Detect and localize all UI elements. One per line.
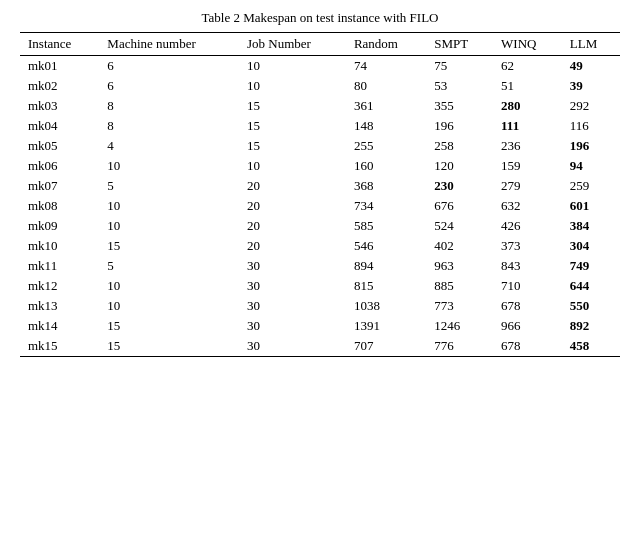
table-cell: 51 — [493, 76, 562, 96]
table-cell: 1038 — [346, 296, 426, 316]
table-cell: 546 — [346, 236, 426, 256]
table-cell: mk01 — [20, 56, 99, 77]
table-cell: 963 — [426, 256, 493, 276]
table-row: mk091020585524426384 — [20, 216, 620, 236]
table-cell: 644 — [562, 276, 620, 296]
table-cell: 15 — [239, 116, 346, 136]
table-cell: 80 — [346, 76, 426, 96]
table-cell: 776 — [426, 336, 493, 357]
table-row: mk081020734676632601 — [20, 196, 620, 216]
table-cell: 10 — [99, 156, 239, 176]
table-cell: 15 — [99, 336, 239, 357]
table-cell: 236 — [493, 136, 562, 156]
table-cell: 10 — [99, 276, 239, 296]
table-cell: 5 — [99, 176, 239, 196]
table-cell: 10 — [99, 216, 239, 236]
table-cell: mk05 — [20, 136, 99, 156]
table-cell: 1246 — [426, 316, 493, 336]
table-cell: 10 — [99, 296, 239, 316]
table-cell: 6 — [99, 76, 239, 96]
table-cell: 10 — [239, 56, 346, 77]
table-cell: 361 — [346, 96, 426, 116]
table-cell: 116 — [562, 116, 620, 136]
table-row: mk07520368230279259 — [20, 176, 620, 196]
table-cell: mk12 — [20, 276, 99, 296]
col-header-smpt: SMPT — [426, 33, 493, 56]
table-cell: mk13 — [20, 296, 99, 316]
table-cell: 4 — [99, 136, 239, 156]
table-cell: 20 — [239, 216, 346, 236]
table-cell: mk04 — [20, 116, 99, 136]
table-cell: mk09 — [20, 216, 99, 236]
table-cell: 30 — [239, 336, 346, 357]
table-cell: 368 — [346, 176, 426, 196]
table-cell: 75 — [426, 56, 493, 77]
table-cell: mk06 — [20, 156, 99, 176]
table-row: mk06101016012015994 — [20, 156, 620, 176]
table-row: mk1310301038773678550 — [20, 296, 620, 316]
table-cell: 255 — [346, 136, 426, 156]
table-cell: mk02 — [20, 76, 99, 96]
table-cell: 815 — [346, 276, 426, 296]
table-cell: 279 — [493, 176, 562, 196]
table-cell: 49 — [562, 56, 620, 77]
table-cell: 10 — [99, 196, 239, 216]
table-cell: mk03 — [20, 96, 99, 116]
table-cell: 8 — [99, 96, 239, 116]
table-cell: 148 — [346, 116, 426, 136]
table-cell: 8 — [99, 116, 239, 136]
table-cell: 402 — [426, 236, 493, 256]
table-cell: 707 — [346, 336, 426, 357]
table-cell: 384 — [562, 216, 620, 236]
table-cell: 196 — [426, 116, 493, 136]
table-cell: 30 — [239, 296, 346, 316]
table-cell: 894 — [346, 256, 426, 276]
table-cell: 885 — [426, 276, 493, 296]
table-cell: 280 — [493, 96, 562, 116]
table-cell: 20 — [239, 176, 346, 196]
table-cell: 39 — [562, 76, 620, 96]
table-row: mk121030815885710644 — [20, 276, 620, 296]
table-cell: 585 — [346, 216, 426, 236]
table-cell: 304 — [562, 236, 620, 256]
table-cell: 15 — [99, 316, 239, 336]
table-cell: 53 — [426, 76, 493, 96]
table-cell: mk10 — [20, 236, 99, 256]
table-cell: 230 — [426, 176, 493, 196]
data-table: Instance Machine number Job Number Rando… — [20, 32, 620, 357]
table-cell: 94 — [562, 156, 620, 176]
table-cell: 710 — [493, 276, 562, 296]
table-cell: 30 — [239, 256, 346, 276]
table-cell: 676 — [426, 196, 493, 216]
table-cell: 258 — [426, 136, 493, 156]
table-cell: 74 — [346, 56, 426, 77]
table-cell: 632 — [493, 196, 562, 216]
table-row: mk04815148196111116 — [20, 116, 620, 136]
table-cell: 426 — [493, 216, 562, 236]
table-cell: 458 — [562, 336, 620, 357]
table-container: Table 2 Makespan on test instance with F… — [20, 10, 620, 357]
table-cell: 373 — [493, 236, 562, 256]
table-cell: 966 — [493, 316, 562, 336]
table-cell: 550 — [562, 296, 620, 316]
table-cell: 292 — [562, 96, 620, 116]
table-title: Table 2 Makespan on test instance with F… — [20, 10, 620, 26]
table-header-row: Instance Machine number Job Number Rando… — [20, 33, 620, 56]
col-header-machine: Machine number — [99, 33, 239, 56]
table-cell: 15 — [99, 236, 239, 256]
table-cell: 749 — [562, 256, 620, 276]
table-cell: 259 — [562, 176, 620, 196]
table-cell: mk07 — [20, 176, 99, 196]
table-cell: mk14 — [20, 316, 99, 336]
col-header-llm: LLM — [562, 33, 620, 56]
table-cell: mk11 — [20, 256, 99, 276]
table-row: mk05415255258236196 — [20, 136, 620, 156]
table-cell: 30 — [239, 276, 346, 296]
table-cell: 196 — [562, 136, 620, 156]
table-row: mk101520546402373304 — [20, 236, 620, 256]
table-cell: 678 — [493, 296, 562, 316]
table-row: mk11530894963843749 — [20, 256, 620, 276]
table-cell: 773 — [426, 296, 493, 316]
table-cell: 10 — [239, 76, 346, 96]
table-cell: 15 — [239, 136, 346, 156]
